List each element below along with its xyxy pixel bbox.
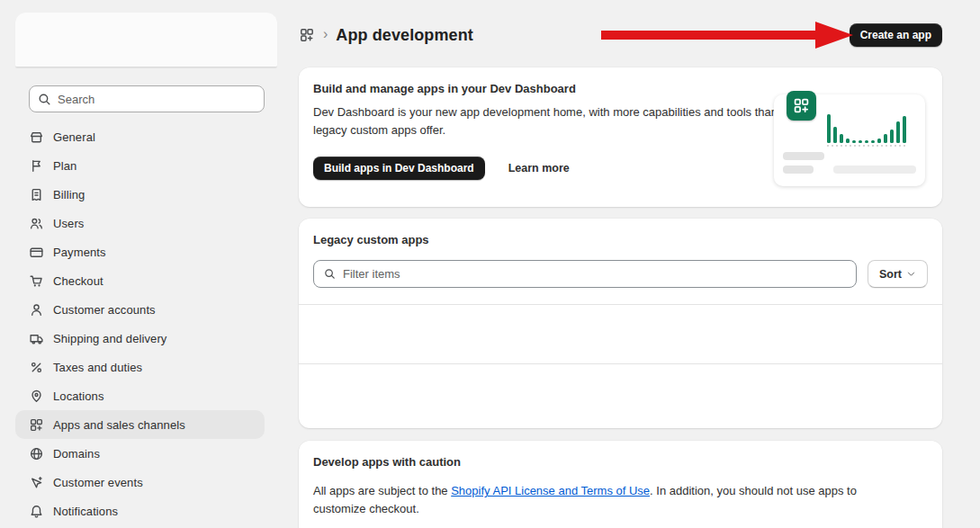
sidebar-item-general[interactable]: General xyxy=(15,122,265,151)
sidebar-search[interactable] xyxy=(29,85,265,112)
sort-button[interactable]: Sort xyxy=(868,260,928,288)
search-icon xyxy=(37,92,52,107)
filter-items-field[interactable] xyxy=(313,260,857,288)
legacy-custom-apps-card: Legacy custom apps Sort xyxy=(299,219,942,428)
sidebar-item-users[interactable]: Users xyxy=(15,209,265,237)
bell-icon xyxy=(29,504,44,519)
percent-icon xyxy=(29,360,44,375)
chevron-down-icon xyxy=(906,269,916,279)
dev-dashboard-card: Build and manage apps in your Dev Dashbo… xyxy=(299,67,942,207)
learn-more-button[interactable]: Learn more xyxy=(508,162,570,175)
placeholder-text-bar xyxy=(783,166,814,174)
map-pin-icon xyxy=(29,389,44,404)
page-header: › App development Create an app xyxy=(299,20,942,50)
plan-icon xyxy=(29,158,44,174)
sidebar-item-payments[interactable]: Payments xyxy=(15,237,265,266)
sidebar-item-plan[interactable]: Plan xyxy=(15,151,265,180)
caution-text-before: All apps are subject to the xyxy=(313,484,451,497)
placeholder-text-bar xyxy=(833,166,916,174)
apps-grid-icon[interactable] xyxy=(299,27,315,43)
payments-icon xyxy=(29,245,44,260)
settings-nav: General Plan Billing Users xyxy=(15,122,265,525)
checkout-cart-icon xyxy=(29,273,44,289)
caution-card-body: All apps are subject to the Shopify API … xyxy=(313,482,907,518)
billing-icon xyxy=(29,187,44,202)
table-row xyxy=(299,304,942,363)
legacy-card-title: Legacy custom apps xyxy=(313,233,928,246)
sidebar-item-domains[interactable]: Domains xyxy=(15,439,265,468)
main-content: › App development Create an app Build an… xyxy=(299,0,942,528)
table-row xyxy=(299,363,942,425)
build-apps-dev-dashboard-button[interactable]: Build apps in Dev Dashboard xyxy=(313,157,485,180)
green-app-tile-icon xyxy=(787,91,816,121)
globe-icon xyxy=(29,446,44,461)
sidebar-item-taxes[interactable]: Taxes and duties xyxy=(15,353,265,381)
sort-button-label: Sort xyxy=(879,268,902,281)
sidebar-item-customer-accounts[interactable]: Customer accounts xyxy=(15,295,265,324)
sidebar-item-apps-and-sales-channels[interactable]: Apps and sales channels xyxy=(15,410,265,439)
placeholder-text-bar xyxy=(783,152,824,160)
dev-dashboard-illustration xyxy=(774,94,925,186)
sidebar-item-shipping[interactable]: Shipping and delivery xyxy=(15,324,265,353)
store-icon xyxy=(29,130,44,145)
sidebar-item-notifications[interactable]: Notifications xyxy=(15,497,265,525)
develop-with-caution-card: Develop apps with caution All apps are s… xyxy=(299,441,942,528)
apps-grid-icon xyxy=(29,417,44,433)
sidebar-item-locations[interactable]: Locations xyxy=(15,381,265,410)
api-license-terms-link[interactable]: Shopify API License and Terms of Use xyxy=(451,484,650,497)
create-an-app-button[interactable]: Create an app xyxy=(850,23,942,47)
legacy-apps-table xyxy=(299,304,942,425)
dev-card-body: Dev Dashboard is your new app developmen… xyxy=(313,103,781,139)
settings-app-development-page: General Plan Billing Users xyxy=(0,0,980,528)
truck-icon xyxy=(29,331,44,346)
person-icon xyxy=(29,302,44,318)
breadcrumb-separator: › xyxy=(323,26,328,42)
store-identity-placeholder[interactable] xyxy=(15,13,277,67)
cursor-icon xyxy=(29,475,44,490)
sidebar-item-checkout[interactable]: Checkout xyxy=(15,266,265,295)
caution-card-title: Develop apps with caution xyxy=(313,455,928,469)
settings-sidebar: General Plan Billing Users xyxy=(0,0,286,528)
sidebar-item-billing[interactable]: Billing xyxy=(15,180,265,209)
search-icon xyxy=(323,267,337,281)
mini-bar-chart xyxy=(826,109,916,147)
filter-items-input[interactable] xyxy=(343,267,847,281)
users-icon xyxy=(29,216,44,231)
sidebar-item-customer-events[interactable]: Customer events xyxy=(15,468,265,497)
dev-card-title: Build and manage apps in your Dev Dashbo… xyxy=(313,82,928,95)
page-title: App development xyxy=(336,26,473,45)
search-input[interactable] xyxy=(58,93,256,106)
